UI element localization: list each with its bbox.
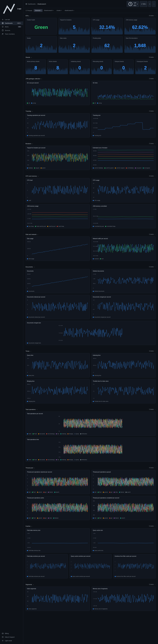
legend-item[interactable]: generic [37,518,42,519]
legend-item[interactable]: generic [37,492,42,493]
legend-item[interactable]: flush [32,492,36,493]
legend-item[interactable]: flush [98,492,102,493]
nav-sources[interactable]: Sources [0,28,23,32]
chart-canvas[interactable]: 40 s20 s0 [27,357,88,374]
legend-item[interactable]: young [31,102,36,104]
kpi-card[interactable]: CPU usage32.14% [91,18,123,34]
legend-item[interactable]: Get (missing) [46,459,55,460]
legend-item[interactable]: get [109,518,112,519]
chevron-down-icon[interactable]: ⌄ [37,234,38,235]
chart-canvas[interactable]: 6040200 [27,590,88,607]
legend-item[interactable]: Query cache size [93,550,103,551]
chart-canvas[interactable]: 400 ms200 ms0 [93,357,154,374]
legend-item[interactable]: est parent [135,167,141,168]
more-button[interactable]: ⋯ [152,1,156,7]
legend-item[interactable]: Evictions from filter cache per second [115,576,135,577]
legend-item[interactable]: Documents merged per second [93,316,110,318]
nav-team members[interactable]: Team members [0,32,23,36]
legend-item[interactable]: Fetch [27,433,31,434]
legend-item[interactable]: Field data memory size [27,550,40,551]
legend-item[interactable]: Max Heap [27,226,34,227]
legend-item[interactable]: Get (exist) [38,433,45,434]
kpi-card[interactable]: Tripped for breakers5 [59,18,90,34]
chart-canvas[interactable]: 2.33 GiB1.86 GiB1.4 GiB953.67 MiB [27,208,88,225]
legend-item[interactable]: index [48,518,52,519]
legend-item[interactable]: CPU usage [93,200,100,201]
shard-card[interactable]: Relocating shards0 [91,60,112,74]
legend-item[interactable]: search [126,492,130,493]
kpi-card[interactable]: Pending tasks62 [91,36,123,53]
legend-item[interactable]: Committed Heap [105,226,115,227]
legend-item[interactable]: generic [103,492,108,493]
time-range-button[interactable]: Last 3 days▾ [127,1,139,7]
legend-item[interactable]: get [109,492,112,493]
chart-canvas[interactable]: 800 ms600 ms400 ms [27,383,88,400]
legend-item[interactable]: Documents merged size [27,342,41,344]
shard-card[interactable]: Initializing shards0 [69,60,90,74]
legend-item[interactable]: get [44,518,47,519]
legend-item[interactable]: Committed by pool [93,226,104,227]
chart-canvas[interactable]: 86420 [27,474,88,490]
kpi-card[interactable]: Nodes2 [26,36,57,53]
legend-item[interactable]: bulk [93,518,96,519]
legend-item[interactable]: young [97,102,102,104]
chart-canvas[interactable]: 1.510.50 [93,299,154,316]
legend-item[interactable]: est request [143,167,150,168]
legend-item[interactable]: fielddata [27,167,33,168]
legend-item[interactable]: Get [56,433,59,434]
legend-item[interactable]: index [114,492,118,493]
nav-alerts[interactable]: Alerts800 [0,25,23,28]
kpi-card[interactable]: Data nodes2 [59,36,90,53]
chevron-down-icon[interactable]: ⌄ [34,467,35,468]
legend-item[interactable]: Get (missing) [46,433,55,434]
chart-canvas[interactable]: 1.4 GiB953.67 MiB476.84 MiB [93,208,154,225]
legend-item[interactable]: est fielddata [126,167,134,168]
legend-item[interactable]: Deleted documents [93,290,104,292]
legend-item[interactable]: Documents indexed per second [27,316,45,318]
chart-canvas[interactable] [27,84,88,101]
legend-item[interactable]: Merging [68,433,73,434]
chart-canvas[interactable]: 9.31 GiB7.45 GiB5.59 GiB [27,324,154,341]
add-button[interactable]: + [148,1,151,7]
shard-card[interactable]: Active shards8 [48,60,68,74]
legend-item[interactable]: listener [114,518,119,519]
legend-item[interactable]: Throttle time for index store [93,401,108,402]
tab-cluster[interactable]: cluster ▾ [55,9,63,12]
chart-canvas[interactable]: 40302010 [93,182,154,199]
tab-elasticsearch[interactable]: elasticsearch ▾ [63,9,75,12]
legend-item[interactable]: flush [32,518,36,519]
kpi-card[interactable]: JVM memory usage62.62% [124,18,156,34]
chevron-down-icon[interactable]: ⌄ [31,525,32,527]
legend-item[interactable]: Query time [27,375,34,376]
legend-item[interactable]: Refreshes [80,433,87,434]
legend-item[interactable]: Limit for parent [104,167,114,168]
chart-canvas[interactable]: 600 Mil400 Mil200 Mil0 [27,273,88,290]
chevron-down-icon[interactable]: ⌄ [30,350,31,352]
chart-canvas[interactable]: 762.94 MiB572.2 MiB381.47 MiB190.73 MiB [93,240,154,257]
legend-item[interactable]: Query [74,433,79,434]
legend-item[interactable]: listener [53,518,59,519]
legend-item[interactable]: Refreshes [80,459,87,460]
chart-canvas[interactable]: 40 s30 s20 s10 s [27,441,154,458]
legend-item[interactable]: Query cache evictions per second [71,576,90,577]
legend-item[interactable]: Merging time [27,401,35,402]
tab-general[interactable]: General ▾ [34,9,43,12]
legend-item[interactable]: search [120,518,125,519]
legend-item[interactable]: Indexing [60,459,66,460]
legend-item[interactable]: bulk [27,518,31,519]
legend-item[interactable]: request [34,167,39,168]
legend-item[interactable]: listener [48,492,53,493]
kpi-card[interactable]: Open file descriptors1,848 [124,36,156,53]
breadcrumb-root[interactable]: Dashboards [28,3,36,5]
legend-item[interactable]: flush [98,518,102,519]
legend-item[interactable]: parent [41,167,45,168]
legend-item[interactable]: Limit for request [115,167,125,168]
chevron-down-icon[interactable]: ⌄ [36,408,38,410]
chart-canvas[interactable]: 5.59 GiB3.73 GiB1.86 GiB [93,590,154,607]
legend-item[interactable]: Used Heap [57,226,64,227]
legend-item[interactable]: Memory size of segments [93,608,107,610]
legend-item[interactable]: Flush [33,433,37,434]
shard-card[interactable]: Active primary shards8 [26,60,46,74]
chevron-down-icon[interactable]: ⌄ [31,56,32,58]
legend-item[interactable]: Indexing [60,433,66,434]
